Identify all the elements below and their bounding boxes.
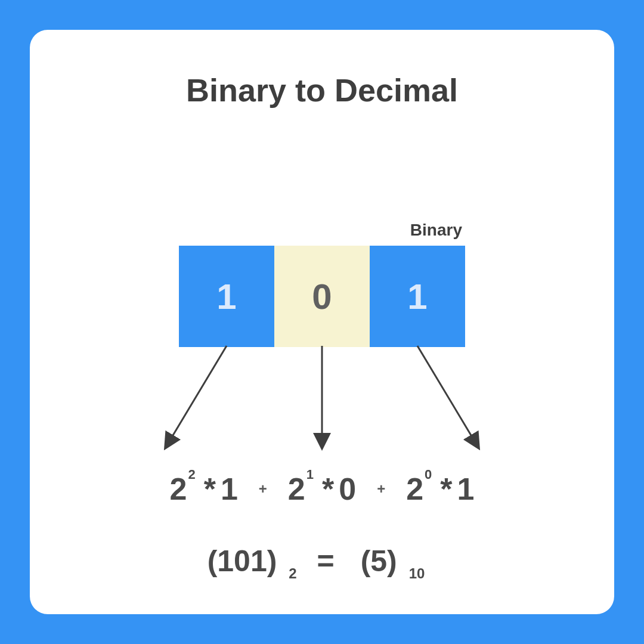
- term-3-exp: 0: [425, 467, 432, 482]
- term-1-exp: 2: [188, 467, 195, 482]
- plus-2: +: [377, 481, 385, 497]
- binary-cell-2: 1: [370, 246, 465, 347]
- svg-line-3: [417, 346, 478, 447]
- term-2-base: 2: [288, 471, 305, 507]
- term-2-digit: 0: [339, 471, 356, 507]
- title: Binary to Decimal: [54, 72, 590, 109]
- binary-label: Binary: [179, 221, 465, 240]
- term-1: 2 2 * 1: [169, 471, 237, 507]
- plus-1: +: [259, 481, 267, 497]
- binary-cells: 1 0 1: [179, 246, 465, 347]
- binary-section: Binary 1 0 1: [179, 221, 465, 347]
- diagram-card: Binary to Decimal Binary 1 0 1 2 2 * 1 +…: [30, 30, 614, 614]
- term-3: 2 0 * 1: [406, 471, 474, 507]
- result-lhs-sub: 2: [289, 565, 296, 581]
- result-rhs-sub: 10: [409, 565, 425, 581]
- term-3-digit: 1: [457, 471, 475, 507]
- result-lhs: (101): [208, 544, 277, 578]
- result-rhs: (5): [361, 544, 397, 578]
- term-1-base: 2: [169, 471, 187, 507]
- mult-symbol: *: [322, 471, 334, 507]
- svg-line-1: [166, 346, 227, 447]
- mult-symbol: *: [440, 471, 452, 507]
- binary-cell-1: 0: [274, 246, 370, 347]
- binary-cell-0: 1: [179, 246, 274, 347]
- term-3-base: 2: [406, 471, 423, 507]
- expansion-row: 2 2 * 1 + 2 1 * 0 + 2 0 * 1: [30, 471, 614, 507]
- term-2: 2 1 * 0: [288, 471, 356, 507]
- result-eq: =: [317, 544, 335, 578]
- term-1-digit: 1: [221, 471, 238, 507]
- term-2-exp: 1: [306, 467, 314, 482]
- result-equation: (101) 2 = (5) 10: [30, 544, 614, 578]
- mult-symbol: *: [204, 471, 216, 507]
